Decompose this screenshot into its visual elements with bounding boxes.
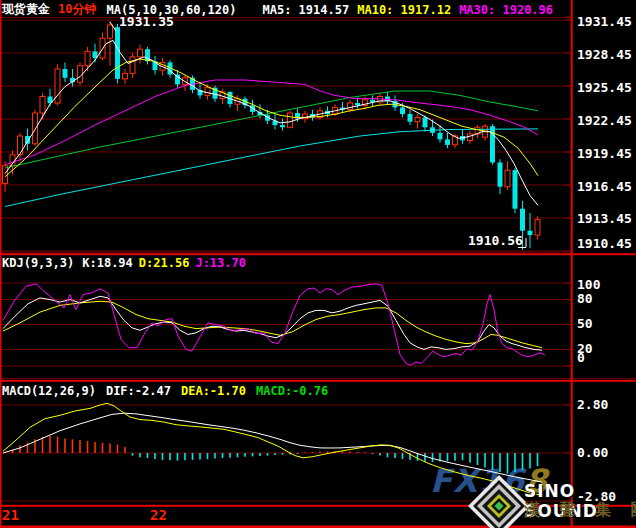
kdj-axis-label: 80 [577,291,593,306]
macd-title[interactable]: MACD(12,26,9) [2,384,96,398]
ma10-value: MA10: 1917.12 [357,3,451,17]
sino-sound-diamond-logo [467,474,531,528]
kdj-j-value: J:13.70 [195,256,246,270]
kdj-legend: KDJ(9,3,3) K:18.94 D:21.56 J:13.70 [2,256,246,270]
main-chart-legend: 现货黄金 10分钟 MA(5,10,30,60,120) MA5: 1914.5… [2,1,553,18]
price-axis-label: 1916.45 [577,179,632,194]
low-price-annotation: 1910.56 [468,233,523,248]
high-price-annotation: 1931.35 [119,14,174,29]
symbol-name: 现货黄金 [2,1,50,18]
macd-legend: MACD(12,26,9) DIF:-2.47 DEA:-1.70 MACD:-… [2,384,328,398]
hansheng-group-watermark: 漢 聲 集 團 [524,500,636,521]
chart-app-window: FX168 现货黄金 10分钟 MA(5,10,30,60,120) MA5: … [0,0,636,528]
macd-axis-label: 0.00 [577,445,608,460]
kdj-axis-label: 50 [577,316,593,331]
price-axis-label: 1928.45 [577,47,632,62]
price-axis-label: 1925.45 [577,80,632,95]
macd-dea-value: DEA:-1.70 [181,384,246,398]
kdj-d-value: D:21.56 [139,256,190,270]
price-axis-label: 1922.45 [577,113,632,128]
period-label[interactable]: 10分钟 [58,1,96,18]
price-axis-label: 1919.45 [577,146,632,161]
ma30-value: MA30: 1920.96 [459,3,553,17]
price-axis-label: 1913.45 [577,211,632,226]
macd-dif-value: DIF:-2.47 [106,384,171,398]
kdj-title[interactable]: KDJ(9,3,3) [2,256,74,270]
price-axis-label: 1931.45 [577,14,632,29]
kdj-axis-label: 100 [577,277,600,292]
time-axis-label-day22: 22 [150,507,167,523]
kdj-k-value: K:18.94 [82,256,133,270]
price-axis-label: 1910.45 [577,236,632,251]
ma5-value: MA5: 1914.57 [263,3,350,17]
macd-axis-label: 2.80 [577,397,608,412]
macd-hist-value: MACD:-0.76 [256,384,328,398]
time-axis-label-day21: 21 [2,507,19,523]
kdj-axis-label: 0 [577,350,585,365]
